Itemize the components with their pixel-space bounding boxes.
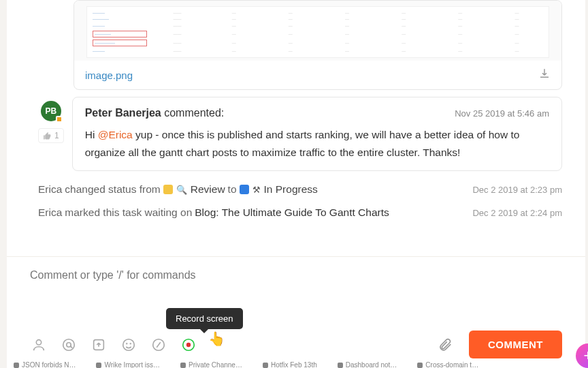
magnifier-icon: 🔍 bbox=[176, 185, 187, 195]
comment-author: Peter Banerjea bbox=[85, 107, 161, 119]
mention[interactable]: @Erica bbox=[98, 129, 133, 140]
slash-icon[interactable] bbox=[150, 336, 167, 354]
paperclip-icon[interactable] bbox=[436, 336, 454, 354]
cursor-icon: 👆 bbox=[208, 331, 225, 347]
taskbar-item[interactable]: Dashboard not… bbox=[338, 361, 397, 368]
download-icon[interactable] bbox=[538, 67, 551, 82]
avatar-status-badge bbox=[56, 116, 63, 123]
tooltip: Record screen bbox=[166, 308, 243, 329]
comment-text: Hi @Erica yup - once this is published a… bbox=[85, 126, 549, 161]
comment-block: PB 1 Peter Banerjea commented: Nov 25 20… bbox=[7, 90, 585, 178]
comment-input[interactable] bbox=[30, 264, 562, 324]
status-dot-blue bbox=[240, 185, 249, 194]
comment-button[interactable]: COMMENT bbox=[469, 331, 562, 358]
attachment-card: ——————————— ———————————— ——————————— ———… bbox=[74, 0, 562, 90]
activity-status-change: Erica changed status from 🔍 Review to ⚒ … bbox=[7, 178, 585, 201]
svg-point-6 bbox=[130, 343, 131, 343]
assign-icon[interactable] bbox=[30, 336, 48, 354]
activity-timestamp: Dec 2 2019 at 2:24 pm bbox=[472, 208, 562, 218]
status-to: ⚒ In Progress bbox=[240, 183, 318, 196]
comment-composer: Record screen 👆 COMMENT bbox=[7, 256, 585, 361]
svg-point-5 bbox=[127, 343, 127, 343]
taskbar-item[interactable]: Private Channe… bbox=[180, 361, 242, 368]
comment-timestamp: Nov 25 2019 at 5:46 am bbox=[455, 108, 549, 119]
attachment-preview[interactable]: ——————————— ———————————— ——————————— ———… bbox=[74, 1, 561, 61]
task-link[interactable]: Blog: The Ultimate Guide To Gantt Charts bbox=[195, 206, 389, 219]
status-from: 🔍 Review bbox=[163, 183, 225, 196]
record-screen-icon[interactable] bbox=[180, 336, 197, 354]
taskbar-item[interactable]: Wrike Import iss… bbox=[96, 361, 160, 368]
attachment-filename[interactable]: image.png bbox=[85, 70, 133, 81]
hammer-icon: ⚒ bbox=[252, 185, 261, 195]
svg-point-4 bbox=[123, 339, 135, 350]
os-taskbar: JSON forbids N… Wrike Import iss… Privat… bbox=[0, 361, 588, 368]
like-count: 1 bbox=[54, 131, 59, 140]
status-dot-yellow bbox=[163, 185, 173, 194]
emoji-icon[interactable] bbox=[120, 336, 137, 354]
svg-point-9 bbox=[186, 342, 191, 346]
activity-timestamp: Dec 2 2019 at 2:23 pm bbox=[472, 185, 562, 195]
activity-waiting: Erica marked this task waiting on Blog: … bbox=[7, 201, 585, 224]
comment-action: commented: bbox=[164, 107, 224, 119]
taskbar-item[interactable]: Cross-domain t… bbox=[417, 361, 478, 368]
mention-icon[interactable] bbox=[60, 336, 78, 354]
avatar[interactable]: PB bbox=[41, 101, 61, 121]
svg-point-0 bbox=[36, 339, 41, 344]
like-button[interactable]: 1 bbox=[38, 128, 64, 143]
taskbar-item[interactable]: JSON forbids N… bbox=[14, 361, 76, 368]
comment-author-line: Peter Banerjea commented: bbox=[85, 107, 225, 119]
upload-icon[interactable] bbox=[90, 336, 108, 354]
svg-point-1 bbox=[63, 339, 75, 350]
svg-point-2 bbox=[67, 342, 71, 346]
taskbar-item[interactable]: Hotfix Feb 13th bbox=[263, 361, 317, 368]
avatar-initials: PB bbox=[46, 106, 57, 116]
